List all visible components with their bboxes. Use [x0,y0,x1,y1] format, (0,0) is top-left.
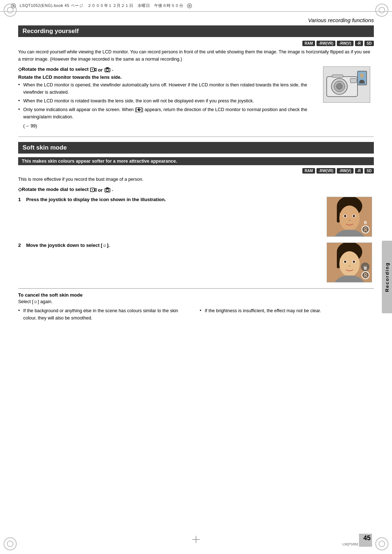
note-1: If the background or anything else in th… [18,307,192,322]
section-header: Various recording functions [18,17,374,23]
cancel-section: To cancel the soft skin mode Select [☺] … [18,288,374,325]
step1-text: 1 Press the joystick to display the icon… [18,197,322,202]
svg-point-32 [339,251,360,277]
section1-text: ◇Rotate the mode dial to select or [18,66,316,131]
diamond-icon: ◇ [18,66,22,72]
svg-point-16 [92,190,93,191]
svg-point-12 [360,73,364,78]
video-mode-icon [90,66,97,73]
section2-highlight: This makes skin colours appear softer fo… [18,157,374,165]
face-image-2: ☺ B [327,243,372,282]
cancel-text: Select [☺] again. [18,299,374,304]
section2-effective: This is more effective if you record the… [18,176,374,183]
mode-icons-2: or [90,187,111,193]
soft-skin-icon-step2: ☺ [102,243,107,248]
section1-badges: RAM -RW(VR) -RW(V) -R SD [18,41,374,46]
svg-rect-31 [337,252,340,268]
svg-point-4 [106,69,109,72]
badge-r: -R [355,41,363,46]
b-icon: B [364,220,367,225]
top-bar-text: LSQT1052(ENG).book 45 ページ ２００５年１２月２１日 水曜… [20,3,183,8]
svg-point-25 [344,215,346,217]
badge-sd: SD [364,41,374,46]
mode-icons: or [90,66,111,73]
badge-rwvr-2: -RW(VR) [317,168,335,174]
badge-sd-2: SD [364,168,374,174]
section1-intro: You can record yourself while viewing th… [18,48,374,63]
badge-ram-2: RAM [302,168,315,174]
notes-col-2: If the brightness is insufficient, the e… [200,307,374,325]
svg-marker-15 [95,188,96,191]
note-list-2: If the brightness is insufficient, the e… [200,307,374,314]
step1-instruction: Press the joystick to display the icon s… [26,197,166,202]
step2: 2 Move the joystick down to select [☺]. [18,243,374,282]
svg-point-18 [106,189,109,192]
face1-overlay: B [362,220,369,233]
section1-body: ◇Rotate the mode dial to select or [18,66,374,131]
badge-rwvr: -RW(VR) [317,41,335,46]
step2-text: 2 Move the joystick down to select [☺]. [18,243,322,248]
step2-num: 2 [18,243,21,248]
b-icon-2: B [364,266,367,270]
camera-svg [325,68,368,102]
cancel-title: To cancel the soft skin mode [18,292,374,298]
page-number: 45 [363,534,371,542]
soft-skin-inactive [362,225,369,233]
camera-image-container [323,66,374,131]
section2-badges: RAM -RW(VR) -RW(V) -R SD [18,168,374,174]
badge-r-2: -R [355,168,363,174]
step2-instruction: Move the joystick down to select [☺]. [26,243,110,248]
rotate-heading-2-text: Rotate the mode dial to select [22,187,90,192]
note-list-1: If the background or anything else in th… [18,307,192,322]
badge-ram: RAM [302,41,315,46]
face2-overlay: B [362,266,369,279]
camera-image [323,66,370,103]
photo-mode-icon [104,66,111,73]
svg-point-37 [364,273,367,276]
notes-section: If the background or anything else in th… [18,307,374,325]
bottom-cross-icon [192,536,200,543]
section1-title: Recording yourself [18,25,374,37]
photo-mode-icon-2 [104,187,111,193]
soft-skin-cancel-icon: ☺ [33,299,38,304]
step1-image: B [327,197,374,237]
svg-point-27 [353,215,355,217]
rotate-heading-text: Rotate the mode dial to select [22,66,90,72]
note-2: If the brightness is insufficient, the e… [200,307,374,314]
page-number-box: 45 [359,534,372,547]
or-text: or [98,67,103,73]
page-code: LSQT1052 [342,542,358,546]
rotate-heading: ◇Rotate the mode dial to select or [18,66,316,73]
bottom-cross [192,536,200,543]
svg-point-9 [336,83,342,89]
top-bar-dot-right [187,3,192,8]
rotate-heading-2: ◇Rotate the mode dial to select or . [18,187,374,193]
section2-title: Soft skin mode [18,142,374,154]
notes-col-1: If the background or anything else in th… [18,307,192,325]
svg-point-34 [344,261,346,263]
divider1 [18,137,374,137]
svg-marker-1 [95,68,96,71]
main-content: Various recording functions Recording yo… [0,12,392,332]
svg-rect-22 [337,206,340,223]
step1: 1 Press the joystick to display the icon… [18,197,374,237]
badge-rwv-2: -RW(V) [337,168,353,174]
top-bar: LSQT1052(ENG).book 45 ページ ２００５年１２月２１日 水曜… [0,0,392,12]
diamond-icon-2: ◇ [18,187,22,192]
arrow-ref: (→ 99) [18,123,316,129]
page-wrapper: Recording LSQT1052(ENG).book 45 ページ ２００５… [0,0,392,554]
step2-image: ☺ B [327,243,374,282]
corner-bl [4,537,17,550]
face-image-1: B [327,197,372,237]
bullet-1: When the LCD monitor is opened, the view… [18,81,316,96]
lcd-heading: Rotate the LCD monitor towards the lens … [18,74,316,80]
step1-content: 1 Press the joystick to display the icon… [18,197,322,202]
step1-num: 1 [18,197,21,202]
bullet-2: When the LCD monitor is rotated towards … [18,97,316,105]
rotate-heading-2-end: . [112,187,113,192]
badge-rwv: -RW(V) [337,41,353,46]
or-text-2: or [98,187,103,193]
section1-bullets: When the LCD monitor is opened, the view… [18,81,316,121]
rotate-heading-end: . [112,66,113,72]
step2-content: 2 Move the joystick down to select [☺]. [18,243,322,248]
